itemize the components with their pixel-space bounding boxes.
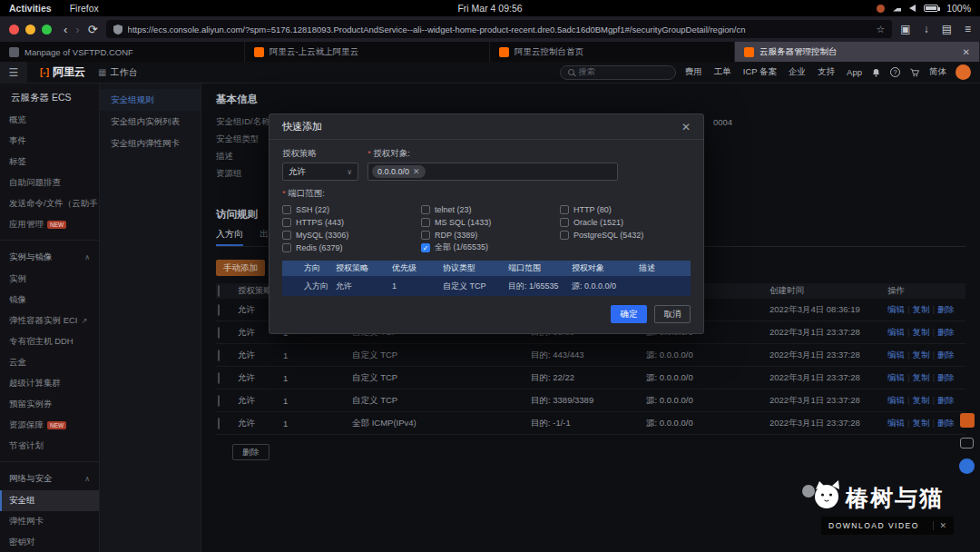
refresh-button[interactable]: ⟳ — [88, 24, 98, 35]
sidebar-item-tags[interactable]: 标签 — [0, 152, 99, 172]
nav-icp[interactable]: ICP 备案 — [743, 66, 777, 78]
port-checkbox-https[interactable]: HTTPS (443) — [282, 217, 421, 227]
port-checkbox-postgresql[interactable]: PostgreSQL (5432) — [560, 230, 691, 240]
sidebar-group-network-security[interactable]: 网络与安全∧ — [0, 467, 99, 490]
sidebar-item-enis[interactable]: 弹性网卡 — [0, 511, 99, 532]
cart-icon[interactable] — [909, 67, 920, 78]
port-checkbox-rdp[interactable]: RDP (3389) — [421, 230, 560, 240]
url-bar[interactable]: https://ecs.console.aliyun.com/?spm=5176… — [106, 20, 893, 38]
feedback-chat-icon[interactable] — [960, 438, 974, 448]
promo-float-icon[interactable] — [960, 413, 975, 428]
help-icon[interactable]: ? — [890, 67, 900, 77]
activities-button[interactable]: Activities — [9, 3, 52, 14]
nav-enterprise[interactable]: 企业 — [789, 66, 806, 78]
port-checkbox-ssh[interactable]: SSH (22) — [282, 204, 421, 214]
customer-service-icon[interactable] — [959, 458, 975, 474]
edit-link[interactable]: 编辑 — [887, 395, 905, 405]
browser-tab-console-home[interactable]: 阿里云控制台首页 — [490, 42, 735, 62]
cancel-button[interactable]: 取消 — [654, 305, 691, 323]
download-video-bar[interactable]: DOWNLOAD VIDEO ✕ — [821, 517, 954, 535]
sidebar-item-images[interactable]: 镜像 — [0, 290, 99, 310]
subnav-item-rules[interactable]: 安全组规则 — [100, 89, 201, 111]
shield-icon[interactable] — [113, 25, 122, 34]
sidebar-toggle-icon[interactable]: ▤ — [942, 23, 952, 35]
delete-link[interactable]: 删除 — [937, 372, 955, 382]
nav-support[interactable]: 支持 — [818, 66, 835, 78]
browser-tab-aliyun-home[interactable]: 阿里云-上云就上阿里云 — [245, 42, 490, 62]
download-icon[interactable]: ↓ — [924, 23, 929, 35]
row-checkbox[interactable] — [218, 395, 220, 407]
nav-tickets[interactable]: 工单 — [714, 66, 731, 78]
manual-add-button[interactable]: 手动添加 — [216, 260, 265, 276]
delete-link[interactable]: 删除 — [937, 304, 955, 314]
port-checkbox-mssql[interactable]: MS SQL (1433) — [421, 217, 560, 227]
delete-link[interactable]: 删除 — [937, 395, 955, 405]
copy-link[interactable]: 复制 — [912, 327, 929, 337]
edit-link[interactable]: 编辑 — [887, 304, 905, 314]
back-button[interactable]: ‹ — [64, 24, 67, 35]
sidebar-item-eci[interactable]: 弹性容器实例 ECI↗ — [0, 310, 99, 331]
products-menu-button[interactable]: ☰ — [0, 62, 27, 84]
language-switch[interactable]: 简体 — [929, 66, 946, 78]
sidebar-item-scc[interactable]: 超级计算集群 — [0, 373, 99, 394]
subnav-item-enis[interactable]: 安全组内弹性网卡 — [100, 133, 201, 154]
menu-icon[interactable]: ≡ — [965, 23, 971, 35]
browser-tab-ecs-console[interactable]: 云服务器管理控制台 ✕ — [735, 42, 980, 62]
target-input[interactable]: 0.0.0.0/0 ✕ — [368, 163, 618, 181]
delete-link[interactable]: 删除 — [937, 327, 955, 337]
port-checkbox-telnet[interactable]: telnet (23) — [421, 204, 560, 214]
chip-remove-icon[interactable]: ✕ — [413, 167, 420, 176]
confirm-button[interactable]: 确定 — [611, 305, 647, 323]
delete-link[interactable]: 删除 — [937, 418, 955, 428]
window-maximize-button[interactable] — [42, 25, 52, 34]
row-checkbox[interactable] — [218, 350, 220, 361]
copy-link[interactable]: 复制 — [912, 350, 929, 360]
workbench-link[interactable]: ▦ 工作台 — [98, 66, 137, 79]
window-close-button[interactable] — [9, 25, 19, 34]
sidebar-item-cloud-assistant[interactable]: 发送命令/文件（云助手） — [0, 193, 99, 214]
sidebar-item-overview[interactable]: 概览 — [0, 110, 99, 131]
aliyun-logo[interactable]: [-] 阿里云 — [36, 64, 89, 80]
bell-icon[interactable] — [871, 67, 881, 78]
nav-billing[interactable]: 费用 — [685, 66, 702, 78]
window-minimize-button[interactable] — [25, 25, 35, 34]
tab-close-icon[interactable]: ✕ — [963, 47, 970, 57]
subnav-item-instances[interactable]: 安全组内实例列表 — [100, 111, 201, 133]
browser-tab-manpage[interactable]: Manpage of VSFTPD.CONF — [0, 42, 245, 62]
avatar[interactable] — [956, 64, 971, 80]
reader-mode-icon[interactable]: ▣ — [900, 23, 910, 35]
clock[interactable]: Fri Mar 4 09:56 — [457, 3, 522, 14]
edit-link[interactable]: 编辑 — [887, 372, 905, 382]
sidebar-item-key-pairs[interactable]: 密钥对 — [0, 532, 99, 552]
tab-inbound[interactable]: 入方向 — [216, 228, 243, 246]
port-checkbox-mysql[interactable]: MySQL (3306) — [282, 230, 421, 240]
forward-button[interactable]: › — [75, 24, 79, 35]
row-checkbox[interactable] — [218, 372, 220, 384]
sidebar-item-cloudbox[interactable]: 云盒 — [0, 352, 99, 373]
modal-close-icon[interactable]: ✕ — [681, 121, 691, 133]
bookmark-star-icon[interactable]: ☆ — [876, 24, 885, 35]
row-checkbox[interactable] — [218, 327, 220, 339]
sidebar-item-security-groups[interactable]: 安全组 — [0, 490, 99, 511]
edit-link[interactable]: 编辑 — [887, 350, 905, 360]
copy-link[interactable]: 复制 — [912, 395, 929, 405]
copy-link[interactable]: 复制 — [912, 418, 929, 428]
copy-link[interactable]: 复制 — [912, 304, 929, 314]
sidebar-item-ddh[interactable]: 专有宿主机 DDH — [0, 331, 99, 352]
sidebar-item-reserved-instances[interactable]: 预留实例券 — [0, 394, 99, 415]
port-checkbox-all[interactable]: ✓全部 (1/65535) — [421, 242, 560, 252]
sidebar-item-instances[interactable]: 实例 — [0, 269, 99, 290]
port-checkbox-redis[interactable]: Redis (6379) — [282, 242, 421, 252]
port-checkbox-oracle[interactable]: Oracle (1521) — [560, 217, 691, 227]
port-checkbox-http[interactable]: HTTP (80) — [560, 204, 691, 214]
copy-link[interactable]: 复制 — [912, 372, 929, 382]
row-checkbox[interactable] — [218, 304, 220, 316]
sidebar-item-app-management[interactable]: 应用管理NEW — [0, 214, 99, 235]
policy-select[interactable]: 允许 ∨ — [282, 163, 358, 181]
sidebar-item-savings-plan[interactable]: 节省计划 — [0, 436, 99, 457]
delete-link[interactable]: 删除 — [937, 350, 955, 360]
sidebar-item-troubleshoot[interactable]: 自助问题排查 — [0, 172, 99, 193]
select-all-checkbox[interactable] — [218, 285, 220, 297]
bulk-delete-button[interactable]: 删除 — [232, 444, 270, 460]
sidebar-group-instances[interactable]: 实例与镜像∧ — [0, 245, 99, 269]
